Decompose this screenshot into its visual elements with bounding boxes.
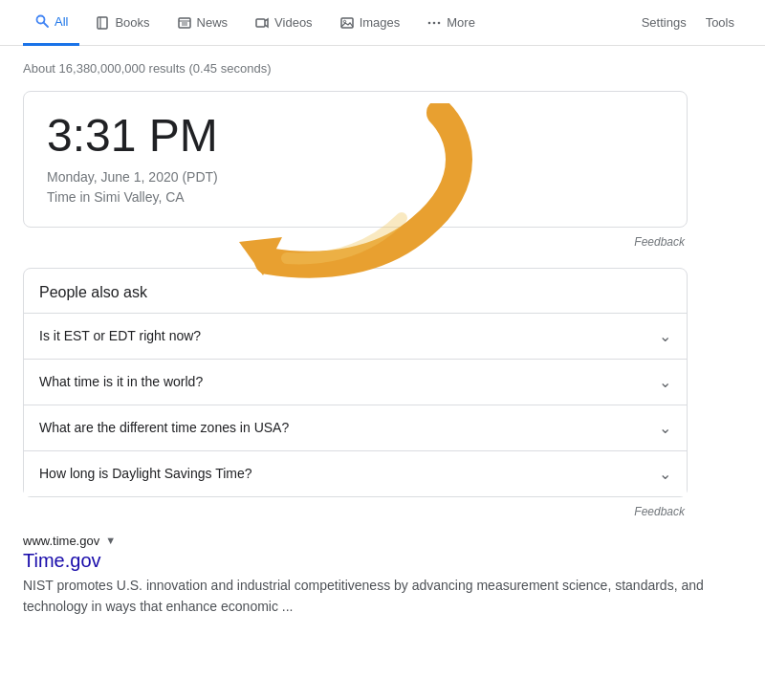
search-result: www.time.gov ▼ Time.gov NIST promotes U.…	[23, 534, 723, 618]
nav-all-label: All	[55, 14, 68, 29]
main-content: About 16,380,000,000 results (0.45 secon…	[0, 46, 746, 641]
nav-books[interactable]: Books	[83, 0, 161, 46]
paa-item-2[interactable]: What are the different time zones in USA…	[24, 405, 687, 451]
paa-title: People also ask	[24, 269, 687, 314]
result-url-text: www.time.gov	[23, 534, 99, 548]
paa-item-3[interactable]: How long is Daylight Savings Time? ⌄	[24, 451, 687, 496]
time-card: 3:31 PM Monday, June 1, 2020 (PDT) Time …	[23, 91, 688, 228]
search-icon	[34, 13, 50, 29]
nav-videos[interactable]: Videos	[243, 0, 324, 46]
results-count: About 16,380,000,000 results (0.45 secon…	[23, 57, 723, 76]
paa-question-1: What time is it in the world?	[39, 374, 203, 389]
chevron-down-icon-0: ⌄	[659, 327, 671, 345]
svg-line-1	[44, 23, 49, 28]
dots-icon	[426, 15, 442, 31]
nav-books-label: Books	[115, 15, 149, 30]
paa-question-2: What are the different time zones in USA…	[39, 420, 289, 435]
image-icon	[339, 15, 355, 31]
chevron-down-icon-2: ⌄	[659, 419, 671, 437]
paa-question-0: Is it EST or EDT right now?	[39, 328, 201, 343]
nav-news-label: News	[197, 15, 229, 30]
newspaper-icon	[177, 15, 192, 31]
paa-item-1[interactable]: What time is it in the world? ⌄	[24, 360, 687, 405]
time-date-line1: Monday, June 1, 2020 (PDT)	[47, 167, 664, 187]
tools-link[interactable]: Tools	[698, 15, 742, 30]
dropdown-arrow-icon[interactable]: ▼	[105, 535, 116, 546]
chevron-down-icon-3: ⌄	[659, 465, 671, 483]
paa-item-0[interactable]: Is it EST or EDT right now? ⌄	[24, 314, 687, 360]
svg-point-12	[433, 21, 436, 24]
result-title-link[interactable]: Time.gov	[23, 550, 723, 572]
nav-news[interactable]: News	[165, 0, 240, 46]
settings-link[interactable]: Settings	[634, 15, 694, 30]
video-icon	[254, 15, 270, 31]
people-also-ask-card: People also ask Is it EST or EDT right n…	[23, 268, 688, 497]
nav-more[interactable]: More	[415, 0, 487, 46]
svg-point-13	[438, 21, 441, 24]
nav-images-label: Images	[360, 15, 401, 30]
feedback-paa[interactable]: Feedback	[23, 505, 723, 518]
paa-question-3: How long is Daylight Savings Time?	[39, 466, 252, 481]
time-display: 3:31 PM	[47, 111, 664, 162]
nav-videos-label: Videos	[274, 15, 313, 30]
result-snippet: NIST promotes U.S. innovation and indust…	[23, 576, 723, 618]
svg-rect-9	[341, 18, 353, 28]
nav-more-label: More	[447, 15, 475, 30]
nav-bar: All Books News	[0, 0, 765, 46]
svg-point-10	[343, 20, 345, 22]
chevron-down-icon-1: ⌄	[659, 373, 671, 391]
svg-rect-2	[98, 17, 107, 29]
svg-point-11	[428, 21, 431, 24]
nav-images[interactable]: Images	[328, 0, 412, 46]
nav-all[interactable]: All	[23, 0, 79, 46]
feedback-time-card[interactable]: Feedback	[23, 235, 723, 249]
result-url-row: www.time.gov ▼	[23, 534, 723, 548]
svg-rect-8	[256, 19, 265, 27]
time-location: Time in Simi Valley, CA	[47, 187, 664, 208]
book-icon	[95, 15, 110, 31]
